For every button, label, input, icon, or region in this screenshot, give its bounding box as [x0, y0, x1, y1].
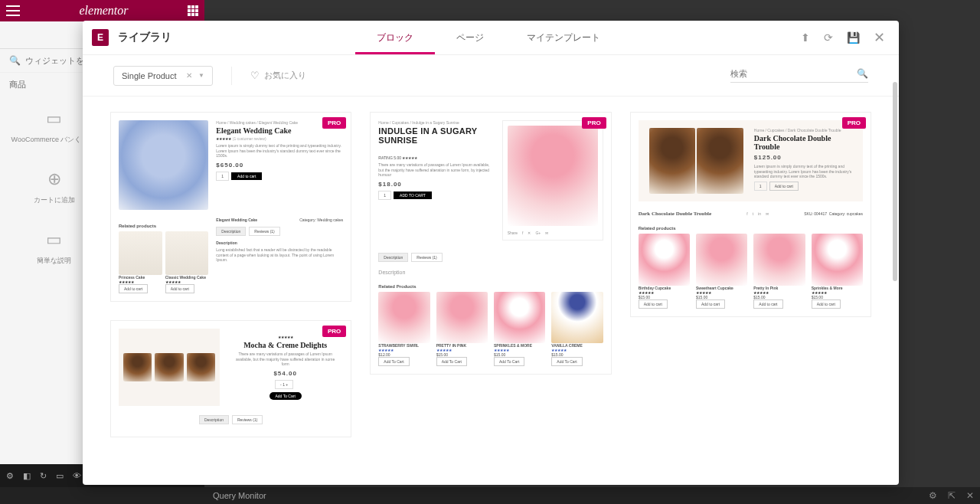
elementor-logo: elementor	[80, 4, 129, 18]
pro-badge: PRO	[322, 326, 346, 337]
status-bar: Query Monitor ⚙ ⇱ ✕	[0, 487, 980, 504]
tab-my-templates[interactable]: マイテンプレート	[505, 21, 622, 54]
favorites-filter[interactable]: ♡ お気に入り	[250, 70, 306, 81]
clear-category-icon[interactable]: ✕	[186, 71, 192, 80]
template-card[interactable]: PRO Home / Wedding cakes / Elegant Weddi…	[110, 112, 351, 302]
history-icon[interactable]: ↻	[40, 471, 47, 481]
template-card[interactable]: PRO ★★★★★ Mocha & Creme Delights There a…	[110, 320, 351, 437]
pro-badge: PRO	[582, 117, 606, 129]
templates-grid: PRO Home / Wedding cakes / Elegant Weddi…	[83, 97, 899, 485]
search-icon: 🔍	[857, 68, 868, 79]
heart-icon: ♡	[250, 70, 260, 81]
tab-blocks[interactable]: ブロック	[355, 21, 435, 54]
responsive-icon[interactable]: ▭	[56, 471, 64, 481]
statusbar-close-icon[interactable]: ✕	[966, 490, 974, 501]
apps-icon[interactable]	[188, 5, 198, 16]
statusbar-gear-icon[interactable]: ⚙	[929, 490, 937, 501]
category-select[interactable]: Single Product ✕ ▼	[113, 66, 213, 86]
settings-icon[interactable]: ⚙	[6, 471, 14, 481]
template-card[interactable]: PRO Home / Cupcakes / Dark Chocolate Dou…	[630, 112, 871, 317]
panel-header: elementor	[0, 0, 204, 21]
tab-pages[interactable]: ページ	[435, 21, 505, 54]
elementor-icon: E	[92, 29, 109, 46]
sync-icon[interactable]: ⟳	[824, 31, 833, 44]
preview-icon[interactable]: 👁	[73, 471, 81, 480]
modal-title: ライブラリ	[118, 31, 172, 44]
modal-toolbar: Single Product ✕ ▼ ♡ お気に入り 🔍	[83, 55, 899, 97]
favorites-label: お気に入り	[264, 70, 306, 81]
import-icon[interactable]: ⬆	[801, 31, 810, 44]
template-search-input[interactable]	[730, 69, 851, 78]
search-icon: 🔍	[9, 55, 21, 66]
query-monitor[interactable]: Query Monitor	[213, 491, 266, 500]
navigator-icon[interactable]: ◧	[23, 471, 31, 481]
modal-header: E ライブラリ ブロック ページ マイテンプレート ⬆ ⟳ 💾 ✕	[83, 21, 899, 55]
template-card[interactable]: PRO Home / Cupcakes / Indulge in a Sugar…	[370, 112, 611, 375]
save-icon[interactable]: 💾	[847, 31, 860, 44]
menu-icon[interactable]	[6, 5, 20, 16]
pro-badge: PRO	[842, 117, 866, 129]
template-search[interactable]: 🔍	[730, 68, 868, 83]
pro-badge: PRO	[322, 117, 346, 129]
close-icon[interactable]: ✕	[874, 29, 885, 46]
library-modal: E ライブラリ ブロック ページ マイテンプレート ⬆ ⟳ 💾 ✕ Single…	[83, 21, 899, 485]
divider	[231, 67, 232, 85]
category-value: Single Product	[122, 71, 177, 80]
statusbar-expand-icon[interactable]: ⇱	[948, 490, 956, 501]
chevron-down-icon: ▼	[198, 72, 204, 79]
product-image	[119, 120, 208, 210]
